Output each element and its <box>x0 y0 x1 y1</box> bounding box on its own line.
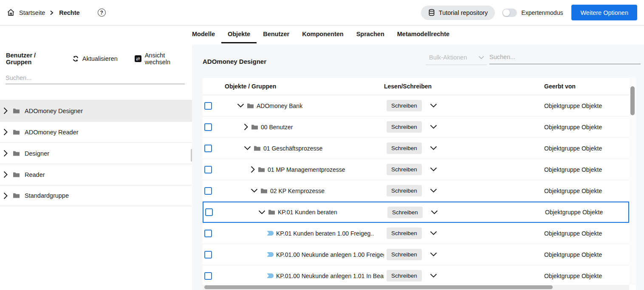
permission-cell: Schreiben <box>384 121 541 133</box>
chevron-down-icon[interactable] <box>430 146 437 151</box>
chevron-right-icon[interactable] <box>3 192 8 199</box>
vertical-scrollbar-thumb[interactable] <box>630 86 635 115</box>
table-row[interactable]: 01 MP ManagementprozesseSchreibenObjektg… <box>203 159 629 180</box>
permission-chip[interactable]: Schreiben <box>387 100 422 111</box>
chevron-right-icon[interactable] <box>3 150 8 157</box>
permission-cell: Schreiben <box>385 207 542 218</box>
group-label: Reader <box>25 171 45 178</box>
home-icon[interactable] <box>7 9 15 17</box>
checkbox-cell <box>203 145 221 152</box>
chevron-down-icon[interactable] <box>430 188 437 193</box>
expert-mode-label: Expertenmodus <box>521 9 563 16</box>
chevron-down-icon[interactable] <box>430 273 437 278</box>
table-row[interactable]: KP.01 Kunden beratenSchreibenObjektgrupp… <box>203 202 629 223</box>
table-body: ADOmoney BankSchreibenObjektgruppe Objek… <box>203 95 636 287</box>
permission-chip[interactable]: Schreiben <box>387 185 422 196</box>
table-row[interactable]: KP.01 Kunden beraten 1.00 Freigeg..Schre… <box>203 223 629 244</box>
inherited-from-cell: Objektgruppe Objekte <box>541 145 629 152</box>
chevron-right-icon[interactable] <box>244 123 249 131</box>
row-checkbox[interactable] <box>204 230 212 237</box>
row-checkbox[interactable] <box>204 166 212 173</box>
permission-chip[interactable]: Schreiben <box>387 249 422 260</box>
object-name: 01 Geschäftsprozesse <box>263 145 322 152</box>
chevron-down-icon[interactable] <box>237 103 244 108</box>
folder-icon <box>13 129 20 135</box>
refresh-button[interactable]: Aktualisieren <box>72 55 118 62</box>
chevron-down-icon[interactable] <box>244 146 251 151</box>
tab-komponenten[interactable]: Komponenten <box>296 26 350 45</box>
table-row[interactable]: 01 GeschäftsprozesseSchreibenObjektgrupp… <box>203 138 629 159</box>
bulk-actions-dropdown[interactable]: Bulk-Aktionen <box>426 54 487 65</box>
chevron-right-icon[interactable] <box>251 166 255 173</box>
tab-sprachen[interactable]: Sprachen <box>350 26 391 45</box>
permission-chip[interactable]: Schreiben <box>387 142 422 154</box>
page-title: ADOmoney Designer <box>203 58 266 65</box>
row-checkbox[interactable] <box>205 208 213 216</box>
object-tree-cell: KP.01 Kunden beraten <box>222 209 385 216</box>
inherited-from-cell: Objektgruppe Objekte <box>541 166 629 173</box>
checkbox-cell <box>203 123 221 131</box>
chevron-right-icon[interactable] <box>3 107 8 114</box>
chevron-right-icon[interactable] <box>3 128 8 136</box>
chevron-down-icon[interactable] <box>430 103 437 108</box>
row-checkbox[interactable] <box>204 145 212 152</box>
horizontal-scrollbar-thumb[interactable] <box>204 285 553 289</box>
row-checkbox[interactable] <box>204 272 212 280</box>
expert-mode-toggle[interactable] <box>502 9 517 17</box>
top-bar-actions: Tutorial repository Expertenmodus Weiter… <box>421 5 637 20</box>
permissions-table: Objekte / Gruppen Lesen/Schreiben Geerbt… <box>203 78 636 290</box>
checkbox-cell <box>203 102 221 110</box>
chevron-down-icon[interactable] <box>430 125 437 129</box>
table-row[interactable]: KP.01.00 Neukunde anlegen 1.00 Freigegeb… <box>203 244 629 265</box>
object-tree-cell: 00 Benutzer <box>221 123 384 131</box>
chevron-down-icon[interactable] <box>258 210 266 215</box>
sidebar-title: Benutzer / Gruppen <box>6 52 63 65</box>
sidebar-group-item[interactable]: ADOmoney Designer <box>0 100 192 121</box>
object-name: ADOmoney Bank <box>257 102 302 109</box>
folder-icon <box>13 193 20 199</box>
sidebar-group-item[interactable]: Standardgruppe <box>0 185 192 206</box>
model-icon <box>267 273 274 278</box>
row-checkbox[interactable] <box>204 251 212 259</box>
row-checkbox[interactable] <box>204 187 212 195</box>
switch-view-label: Ansicht wechseln <box>145 52 192 65</box>
table-row[interactable]: ADOmoney BankSchreibenObjektgruppe Objek… <box>203 95 629 117</box>
chevron-down-icon[interactable] <box>430 167 437 172</box>
table-row[interactable]: 00 BenutzerSchreibenObjektgruppe Objekte <box>203 117 629 138</box>
repository-button[interactable]: Tutorial repository <box>421 6 495 20</box>
table-row[interactable]: KP.01.00 Neukunde anlegen 1.01 In Bearbe… <box>203 265 629 287</box>
table-search-input[interactable] <box>489 54 641 60</box>
tab-benutzer[interactable]: Benutzer <box>257 26 296 45</box>
sidebar-group-item[interactable]: Reader <box>0 164 192 185</box>
checkbox-cell <box>203 230 221 237</box>
chevron-down-icon[interactable] <box>251 188 258 193</box>
sidebar-group-item[interactable]: ADOmoney Reader <box>0 121 192 142</box>
more-options-button[interactable]: Weitere Optionen <box>571 5 637 20</box>
tab-metamodellrechte[interactable]: Metamodellrechte <box>391 26 456 45</box>
row-checkbox[interactable] <box>204 123 212 131</box>
tab-modelle[interactable]: Modelle <box>186 26 221 45</box>
permission-chip[interactable]: Schreiben <box>387 227 422 239</box>
permission-chip[interactable]: Schreiben <box>387 164 422 175</box>
chevron-down-icon[interactable] <box>430 252 437 257</box>
chevron-down-icon[interactable] <box>431 210 438 215</box>
checkbox-cell <box>203 187 221 195</box>
permission-chip[interactable]: Schreiben <box>387 121 422 133</box>
permission-chip[interactable]: Schreiben <box>387 207 423 218</box>
object-tree-cell: ADOmoney Bank <box>221 102 384 109</box>
permission-chip[interactable]: Schreiben <box>387 270 422 281</box>
group-label: Standardgruppe <box>25 192 69 199</box>
chevron-right-icon[interactable] <box>3 171 8 178</box>
object-tree-cell: KP.01.00 Neukunde anlegen 1.01 In Bearbe… <box>221 273 384 279</box>
help-icon[interactable]: ? <box>98 9 106 17</box>
sidebar-group-item[interactable]: Designer <box>0 142 192 164</box>
main-panel: ADOmoney Designer Bulk-Aktionen Objekte … <box>192 45 644 290</box>
breadcrumb-current: Rechte <box>59 9 79 16</box>
sidebar-search-input[interactable] <box>6 74 185 81</box>
chevron-down-icon[interactable] <box>430 231 437 236</box>
row-checkbox[interactable] <box>204 102 212 110</box>
tab-objekte[interactable]: Objekte <box>221 26 257 45</box>
table-row[interactable]: 02 KP KernprozesseSchreibenObjektgruppe … <box>203 180 629 202</box>
breadcrumb-home[interactable]: Startseite <box>19 9 45 16</box>
switch-view-button[interactable]: ⇄ Ansicht wechseln <box>135 52 192 65</box>
